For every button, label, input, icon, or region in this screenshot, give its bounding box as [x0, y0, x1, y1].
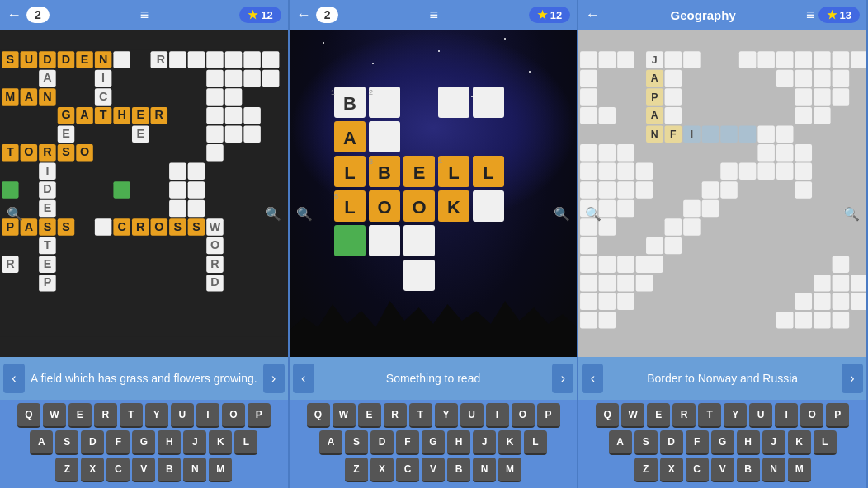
key-C-3[interactable]: C: [686, 458, 709, 482]
key-W-2[interactable]: W: [333, 403, 356, 428]
key-W-3[interactable]: W: [621, 403, 644, 428]
key-Y-2[interactable]: Y: [435, 403, 458, 428]
key-Z-2[interactable]: Z: [345, 458, 368, 482]
key-D-2[interactable]: D: [370, 430, 394, 455]
key-Q-1[interactable]: Q: [17, 403, 40, 428]
key-L-1[interactable]: L: [234, 430, 257, 455]
key-L-2[interactable]: L: [524, 430, 547, 455]
next-clue-btn-2[interactable]: ›: [552, 364, 573, 393]
zoom-icon-2[interactable]: 🔍: [554, 206, 570, 222]
key-M-1[interactable]: M: [209, 458, 232, 482]
key-P-2[interactable]: P: [537, 403, 560, 428]
key-J-2[interactable]: J: [473, 430, 496, 455]
key-V-1[interactable]: V: [132, 458, 155, 482]
svg-rect-210: [618, 144, 635, 162]
key-D-1[interactable]: D: [81, 430, 104, 455]
key-V-2[interactable]: V: [422, 458, 445, 482]
key-U-3[interactable]: U: [749, 403, 772, 428]
zoom-icon-3[interactable]: 🔍: [843, 206, 860, 222]
key-B-1[interactable]: B: [158, 458, 181, 482]
key-U-1[interactable]: U: [171, 403, 194, 428]
key-G-1[interactable]: G: [132, 430, 155, 455]
key-P-3[interactable]: P: [826, 403, 849, 428]
next-clue-btn-3[interactable]: ›: [842, 364, 863, 393]
key-P-1[interactable]: P: [248, 403, 271, 428]
key-Y-1[interactable]: Y: [145, 403, 168, 428]
key-H-1[interactable]: H: [158, 430, 181, 455]
key-K-2[interactable]: K: [498, 430, 521, 455]
svg-text:A: A: [25, 90, 33, 103]
key-F-2[interactable]: F: [396, 430, 419, 455]
zoom-icon-left-3[interactable]: 🔍: [585, 206, 601, 222]
key-C-1[interactable]: C: [106, 458, 130, 482]
key-T-3[interactable]: T: [698, 403, 721, 428]
back-button-3[interactable]: ←: [585, 7, 600, 24]
key-F-1[interactable]: F: [106, 430, 130, 455]
next-clue-btn-1[interactable]: ›: [263, 364, 285, 393]
key-Y-3[interactable]: Y: [724, 403, 747, 428]
key-R-1[interactable]: R: [94, 403, 117, 428]
key-V-3[interactable]: V: [711, 458, 734, 482]
key-S-3[interactable]: S: [634, 430, 658, 455]
key-A-1[interactable]: A: [30, 430, 53, 455]
key-R-3[interactable]: R: [672, 403, 696, 428]
zoom-icon-left-1[interactable]: 🔍: [7, 206, 23, 222]
key-S-2[interactable]: S: [345, 430, 368, 455]
key-M-3[interactable]: M: [788, 458, 811, 482]
key-S-1[interactable]: S: [55, 430, 78, 455]
key-D-3[interactable]: D: [660, 430, 683, 455]
key-N-2[interactable]: N: [473, 458, 496, 482]
key-R-2[interactable]: R: [384, 403, 407, 428]
key-K-1[interactable]: K: [209, 430, 232, 455]
key-A-2[interactable]: A: [319, 430, 342, 455]
key-L-3[interactable]: L: [814, 430, 837, 455]
key-X-2[interactable]: X: [370, 458, 394, 482]
key-Q-3[interactable]: Q: [596, 403, 619, 428]
key-E-2[interactable]: E: [358, 403, 381, 428]
zoom-icon-1[interactable]: 🔍: [265, 206, 281, 222]
key-Q-2[interactable]: Q: [307, 403, 330, 428]
prev-clue-btn-1[interactable]: ‹: [3, 364, 25, 393]
back-button-1[interactable]: ←: [7, 7, 21, 24]
key-A-3[interactable]: A: [609, 430, 632, 455]
key-Z-1[interactable]: Z: [55, 458, 78, 482]
menu-icon-3[interactable]: ≡: [806, 7, 815, 24]
key-T-2[interactable]: T: [409, 403, 432, 428]
prev-clue-btn-2[interactable]: ‹: [293, 364, 314, 393]
menu-icon-1[interactable]: ≡: [140, 7, 149, 24]
key-E-1[interactable]: E: [68, 403, 92, 428]
key-X-1[interactable]: X: [81, 458, 104, 482]
key-O-2[interactable]: O: [512, 403, 535, 428]
key-K-3[interactable]: K: [788, 430, 811, 455]
key-Z-3[interactable]: Z: [634, 458, 658, 482]
svg-rect-262: [580, 312, 597, 329]
back-button-2[interactable]: ←: [296, 7, 311, 24]
key-J-1[interactable]: J: [183, 430, 206, 455]
key-G-2[interactable]: G: [422, 430, 445, 455]
key-I-2[interactable]: I: [486, 403, 509, 428]
key-W-1[interactable]: W: [43, 403, 66, 428]
svg-rect-189: [814, 51, 831, 68]
key-N-1[interactable]: N: [183, 458, 206, 482]
key-N-3[interactable]: N: [762, 458, 785, 482]
key-O-1[interactable]: O: [222, 403, 245, 428]
key-H-3[interactable]: H: [737, 430, 760, 455]
menu-icon-2[interactable]: ≡: [429, 7, 438, 24]
key-X-3[interactable]: X: [660, 458, 683, 482]
key-M-2[interactable]: M: [498, 458, 521, 482]
key-G-3[interactable]: G: [711, 430, 734, 455]
key-I-3[interactable]: I: [775, 403, 798, 428]
key-O-3[interactable]: O: [800, 403, 823, 428]
key-C-2[interactable]: C: [396, 458, 419, 482]
key-F-3[interactable]: F: [686, 430, 709, 455]
key-H-2[interactable]: H: [447, 430, 470, 455]
key-U-2[interactable]: U: [460, 403, 484, 428]
key-B-2[interactable]: B: [447, 458, 470, 482]
key-E-3[interactable]: E: [647, 403, 670, 428]
key-I-1[interactable]: I: [196, 403, 219, 428]
key-B-3[interactable]: B: [737, 458, 760, 482]
key-J-3[interactable]: J: [762, 430, 785, 455]
zoom-icon-left-2[interactable]: 🔍: [296, 206, 313, 222]
key-T-1[interactable]: T: [120, 403, 143, 428]
prev-clue-btn-3[interactable]: ‹: [582, 364, 603, 393]
